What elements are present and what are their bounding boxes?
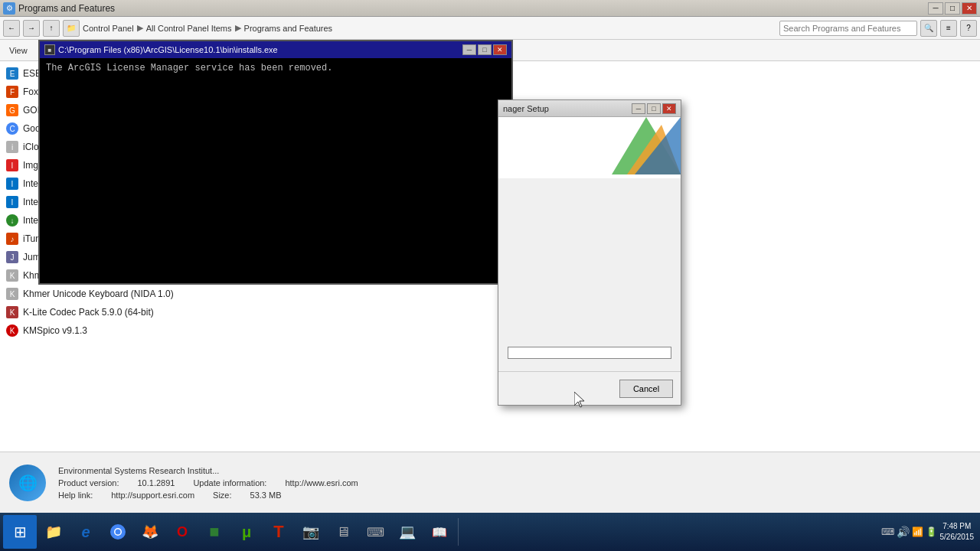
status-row-1: Environmental Systems Research Institut.… [58,466,358,475]
window-icon: ⚙ [3,2,15,15]
cmd-title-bar: ■ C:\Program Files (x86)\ArcGIS\License1… [40,41,511,58]
publisher-name: Environmental Systems Research Institut.… [58,466,219,475]
battery-icon: 🔋 [926,527,937,537]
start-button[interactable]: ⊞ [3,515,37,549]
file-explorer-icon[interactable]: 📁 [38,517,69,547]
arcgis-maximize-button[interactable]: □ [647,103,661,114]
arcgis-dialog: nager Setup ─ □ ✕ [498,99,681,406]
program-icon: C [6,122,18,135]
taskbar-separator [458,518,459,546]
cmd-content: The ArcGIS License Manager service has b… [40,58,511,283]
breadcrumb: Control Panel ▶ All Control Panel Items … [83,23,776,33]
update-info-label: Update information: [193,478,266,487]
cmd-output-text: The ArcGIS License Manager service has b… [46,63,332,73]
title-bar: ⚙ Programs and Features ─ □ ✕ [0,0,980,17]
opera-icon[interactable]: O [167,517,198,547]
help-button[interactable]: ? [960,20,977,37]
help-link-label: Help link: [58,491,93,500]
program-icon: ↓ [6,214,18,227]
title-bar-controls: ─ □ ✕ [928,2,977,15]
toolbar-view[interactable]: View [6,44,31,57]
arcgis-header [498,117,681,178]
program-icon: K [6,269,18,282]
volume-icon[interactable]: 🔊 [897,526,910,538]
arcgis-footer: Cancel [498,371,681,405]
taskbar: ⊞ 📁 e 🦊 O ■ μ T 📷 🖥 ⌨ 💻 📖 ⌨ 🔊 📶 🔋 7:48 P… [0,513,980,551]
arcgis-minimize-button[interactable]: ─ [632,103,645,114]
program-icon: I [6,178,18,190]
arcgis-close-button[interactable]: ✕ [662,103,676,114]
utorrent-icon[interactable]: μ [231,517,262,547]
program-icon: K [6,306,18,318]
monitor-icon[interactable]: 🖥 [328,517,358,547]
clock-date: 5/26/2015 [940,532,975,543]
taskbar-clock[interactable]: 7:48 PM 5/26/2015 [940,521,975,543]
program-name: K-Lite Codec Pack 5.9.0 (64-bit) [23,307,154,318]
ie-icon[interactable]: e [70,517,101,547]
book-icon[interactable]: 📖 [424,517,455,547]
status-row-3: Help link: http://support.esri.com Size:… [58,491,358,500]
network-icon[interactable]: 📶 [912,527,923,537]
breadcrumb-arrow-1: ▶ [137,23,143,33]
cmd-minimize-button[interactable]: ─ [462,44,476,55]
keyboard-icon[interactable]: ⌨ [360,517,390,547]
size-label: Size: [213,491,231,500]
cancel-button[interactable]: Cancel [619,380,673,398]
greenbox-icon[interactable]: ■ [199,517,230,547]
program-icon: K [6,324,18,337]
taskbar-right: ⌨ 🔊 📶 🔋 7:48 PM 5/26/2015 [881,521,978,543]
list-item[interactable]: K Khmer Unicode Keyboard (NIDA 1.0) [0,285,980,303]
up-button[interactable]: ↑ [43,20,60,37]
back-button[interactable]: ← [3,20,20,37]
program-icon: K [6,288,18,300]
cmd-maximize-button[interactable]: □ [478,44,492,55]
cmd-title-left: ■ C:\Program Files (x86)\ArcGIS\License1… [44,44,278,55]
product-version-label: Product version: [58,478,119,487]
publisher-icon: 🌐 [9,465,46,501]
program-name: Khmer Unicode Keyboard (NIDA 1.0) [23,289,174,299]
camera-icon[interactable]: 📷 [296,517,326,547]
status-info: Environmental Systems Research Institut.… [58,466,358,500]
remote-icon[interactable]: 💻 [392,517,423,547]
chrome-icon[interactable] [103,517,133,547]
firefox-icon[interactable]: 🦊 [135,517,165,547]
search-button[interactable]: 🔍 [920,20,937,37]
breadcrumb-all-items[interactable]: All Control Panel Items [146,24,232,33]
typora-icon[interactable]: T [263,517,294,547]
cmd-close-button[interactable]: ✕ [493,44,507,55]
maximize-button[interactable]: □ [945,2,960,15]
window-title: Programs and Features [18,3,115,14]
program-icon: F [6,86,18,98]
breadcrumb-current[interactable]: Programs and Features [244,24,333,33]
title-bar-left: ⚙ Programs and Features [3,2,115,15]
product-version-value: 10.1.2891 [137,478,175,487]
forward-button[interactable]: → [23,20,40,37]
status-row-2: Product version: 10.1.2891 Update inform… [58,478,358,487]
program-icon: E [6,67,18,80]
status-bar: 🌐 Environmental Systems Research Institu… [0,452,980,513]
close-button[interactable]: ✕ [962,2,977,15]
arcgis-content [498,178,681,371]
arcgis-controls: ─ □ ✕ [632,103,676,114]
system-tray-icons: ⌨ 🔊 📶 🔋 [881,526,937,538]
keyboard-tray-icon: ⌨ [881,527,894,537]
arcgis-progress-container [508,347,671,359]
arcgis-logo-svg [612,117,681,174]
program-icon: I [6,159,18,171]
size-value: 53.3 MB [250,491,282,500]
breadcrumb-control-panel[interactable]: Control Panel [83,24,134,33]
address-bar: ← → ↑ 📁 Control Panel ▶ All Control Pane… [0,17,980,40]
breadcrumb-arrow-2: ▶ [235,23,241,33]
arcgis-title-bar: nager Setup ─ □ ✕ [498,100,681,117]
program-icon: G [6,104,18,116]
minimize-button[interactable]: ─ [928,2,943,15]
view-options-button[interactable]: ≡ [940,20,957,37]
cmd-window: ■ C:\Program Files (x86)\ArcGIS\License1… [38,40,513,285]
svg-point-6 [116,530,121,535]
program-icon: I [6,196,18,208]
list-item[interactable]: K KMSpico v9.1.3 [0,321,980,340]
list-item[interactable]: K K-Lite Codec Pack 5.9.0 (64-bit) [0,303,980,321]
arcgis-progress-bar [508,347,671,359]
program-name: KMSpico v9.1.3 [23,325,87,336]
search-input[interactable] [779,21,917,36]
